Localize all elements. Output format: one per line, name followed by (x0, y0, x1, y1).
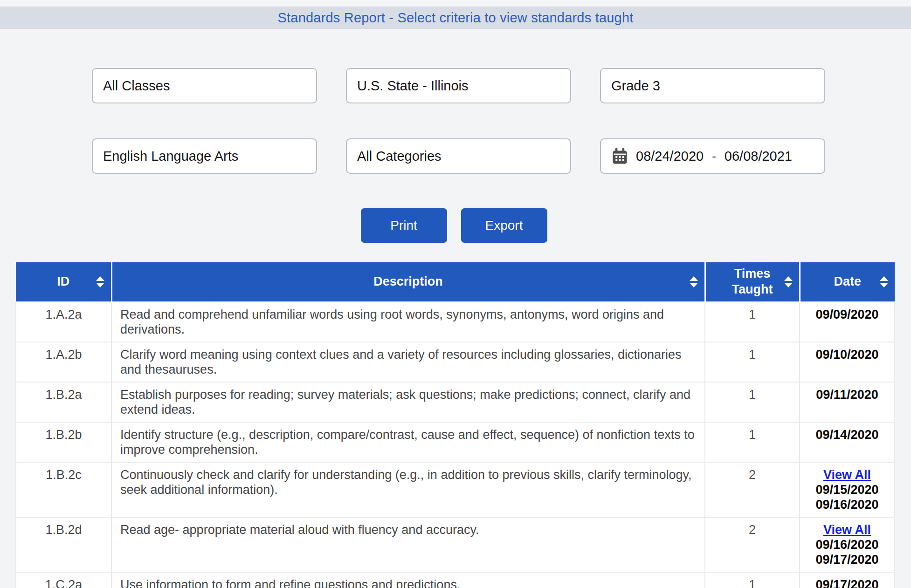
standard-description: Read age- appropriate material aloud wit… (111, 517, 705, 572)
page-title: Standards Report - Select criteria to vi… (278, 10, 634, 26)
action-button-row: Print Export (0, 208, 908, 243)
standard-description: Continuously check and clarify for under… (111, 462, 705, 517)
category-select[interactable]: All Categories (346, 138, 571, 174)
date-range-start: 08/24/2020 (636, 149, 704, 164)
standard-id: 1.A.2a (16, 302, 111, 342)
sort-icon (880, 276, 888, 287)
view-all-link[interactable]: View All (807, 522, 888, 537)
date-range-picker[interactable]: 08/24/2020 - 06/08/2021 (600, 138, 825, 174)
table-row: 1.B.2b Identify structure (e.g., descrip… (16, 422, 895, 462)
grade-select[interactable]: Grade 3 (600, 68, 825, 103)
date-cell: View All09/15/202009/16/2020 (800, 462, 895, 517)
subject-select[interactable]: English Language Arts (92, 138, 317, 174)
column-header-description[interactable]: Description (111, 262, 705, 302)
standard-id: 1.B.2d (16, 517, 111, 572)
date-value: 09/10/2020 (807, 347, 888, 362)
standard-id: 1.B.2c (16, 462, 111, 517)
filter-panel: All Classes U.S. State - Illinois Grade … (92, 68, 911, 174)
standard-id: 1.A.2b (16, 342, 111, 382)
state-select-value: U.S. State - Illinois (357, 78, 469, 94)
table-row: 1.A.2a Read and comprehend unfamiliar wo… (16, 302, 895, 342)
classes-select-value: All Classes (103, 78, 170, 94)
calendar-icon (611, 148, 628, 165)
date-cell: 09/09/2020 (800, 302, 895, 342)
times-taught-value: 1 (705, 342, 800, 382)
times-taught-value: 1 (705, 422, 800, 462)
table-body: 1.A.2a Read and comprehend unfamiliar wo… (16, 302, 895, 588)
table-row: 1.B.2d Read age- appropriate material al… (16, 517, 895, 572)
date-cell: 09/10/2020 (800, 342, 895, 382)
date-range-separator: - (711, 149, 717, 164)
date-value: 09/16/2020 (807, 497, 888, 512)
title-band: Standards Report - Select criteria to vi… (0, 7, 911, 29)
sort-icon (96, 276, 104, 287)
table-row: 1.B.2c Continuously check and clarify fo… (16, 462, 895, 517)
column-header-times-taught-label: Times Taught (732, 267, 773, 296)
times-taught-value: 1 (705, 382, 800, 422)
times-taught-value: 2 (705, 462, 800, 517)
table-row: 1.B.2a Establish purposes for reading; s… (16, 382, 895, 422)
category-select-value: All Categories (357, 149, 442, 164)
date-value: 09/15/2020 (807, 482, 888, 497)
standard-description: Use information to form and refine quest… (111, 572, 705, 588)
column-header-id-label: ID (57, 274, 69, 288)
date-value: 09/14/2020 (807, 427, 888, 442)
state-select[interactable]: U.S. State - Illinois (346, 68, 571, 103)
grade-select-value: Grade 3 (611, 78, 660, 94)
column-header-description-label: Description (373, 274, 443, 288)
column-header-date-label: Date (834, 274, 861, 288)
print-button[interactable]: Print (361, 208, 447, 243)
date-value: 09/11/2020 (807, 387, 888, 402)
view-all-link[interactable]: View All (807, 467, 888, 482)
times-taught-value: 2 (705, 517, 800, 572)
standard-description: Clarify word meaning using context clues… (111, 342, 705, 382)
sort-icon (690, 276, 698, 287)
column-header-times-taught[interactable]: Times Taught (705, 262, 800, 302)
standard-description: Read and comprehend unfamiliar words usi… (111, 302, 705, 342)
standard-id: 1.C.2a (16, 572, 111, 588)
sort-icon (784, 276, 793, 287)
standards-table: ID Description Times Taught Date 1.A.2a (15, 262, 895, 588)
export-button[interactable]: Export (461, 208, 547, 243)
standard-description: Establish purposes for reading; survey m… (111, 382, 705, 422)
date-cell: 09/14/2020 (800, 422, 895, 462)
date-cell: 09/17/2020 (800, 572, 895, 588)
times-taught-value: 1 (705, 302, 800, 342)
times-taught-value: 1 (705, 572, 800, 588)
date-cell: 09/11/2020 (800, 382, 895, 422)
date-value: 09/16/2020 (807, 537, 888, 552)
date-value: 09/17/2020 (807, 577, 888, 588)
subject-select-value: English Language Arts (103, 149, 238, 164)
standards-table-wrap: ID Description Times Taught Date 1.A.2a (15, 262, 894, 588)
standard-id: 1.B.2a (16, 382, 111, 422)
standard-description: Identify structure (e.g., description, c… (111, 422, 705, 462)
classes-select[interactable]: All Classes (92, 68, 317, 103)
table-row: 1.C.2a Use information to form and refin… (16, 572, 895, 588)
date-value: 09/09/2020 (807, 307, 888, 322)
date-value: 09/17/2020 (807, 552, 888, 567)
date-range-end: 06/08/2021 (725, 149, 792, 164)
table-header-row: ID Description Times Taught Date (16, 262, 895, 302)
date-cell: View All09/16/202009/17/2020 (800, 517, 895, 572)
column-header-id[interactable]: ID (16, 262, 111, 302)
standard-id: 1.B.2b (16, 422, 111, 462)
table-row: 1.A.2b Clarify word meaning using contex… (16, 342, 895, 382)
column-header-date[interactable]: Date (800, 262, 895, 302)
